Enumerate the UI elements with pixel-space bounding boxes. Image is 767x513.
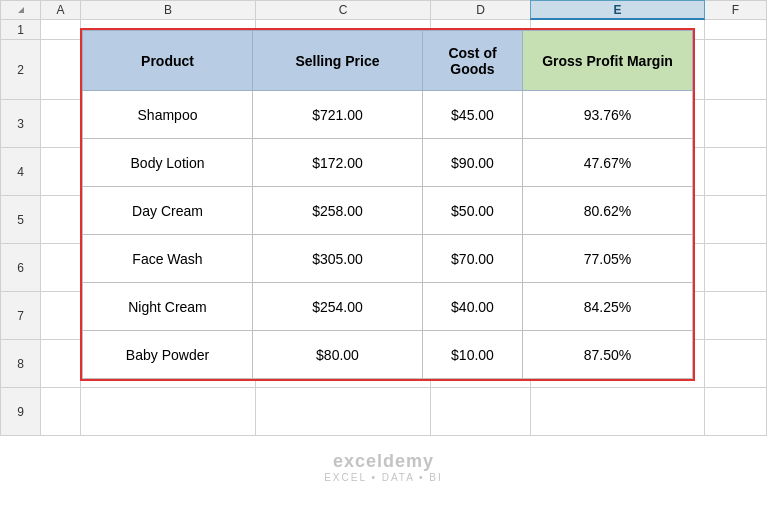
watermark: exceldemy EXCEL • DATA • BI [324, 451, 443, 483]
col-header-d[interactable]: D [430, 0, 530, 20]
cell-cost_of_goods-4[interactable]: $90.00 [423, 139, 523, 187]
cell-gross_profit_margin-8[interactable]: 87.50% [523, 331, 693, 379]
cell-f2[interactable] [705, 40, 767, 100]
cell-gross_profit_margin-4[interactable]: 47.67% [523, 139, 693, 187]
cell-selling_price-5[interactable]: $258.00 [253, 187, 423, 235]
cell-f6[interactable] [705, 244, 767, 292]
table-row: Night Cream$254.00$40.0084.25% [83, 283, 693, 331]
cell-f7[interactable] [705, 292, 767, 340]
watermark-text: exceldemy [324, 451, 443, 472]
cell-a4[interactable] [40, 148, 80, 196]
cell-b9[interactable] [80, 388, 255, 436]
cell-cost_of_goods-3[interactable]: $45.00 [423, 91, 523, 139]
table-row: Body Lotion$172.00$90.0047.67% [83, 139, 693, 187]
cell-cost_of_goods-8[interactable]: $10.00 [423, 331, 523, 379]
cell-cost_of_goods-5[interactable]: $50.00 [423, 187, 523, 235]
row-header-5[interactable]: 5 [0, 196, 40, 244]
cell-product-6[interactable]: Face Wash [83, 235, 253, 283]
data-table: Product Selling Price Cost of Goods Gros… [80, 28, 695, 381]
cell-a5[interactable] [40, 196, 80, 244]
cell-f5[interactable] [705, 196, 767, 244]
cell-a2[interactable] [40, 40, 80, 100]
row-header-6[interactable]: 6 [0, 244, 40, 292]
col-header-b[interactable]: B [80, 0, 255, 20]
cell-selling_price-6[interactable]: $305.00 [253, 235, 423, 283]
col-header-f[interactable]: F [705, 0, 767, 20]
spreadsheet: A B C D E F 1 2 3 [0, 0, 767, 513]
svg-marker-0 [18, 7, 24, 13]
cell-selling_price-8[interactable]: $80.00 [253, 331, 423, 379]
cell-gross_profit_margin-5[interactable]: 80.62% [523, 187, 693, 235]
col-header-c[interactable]: C [255, 0, 430, 20]
table-row: Face Wash$305.00$70.0077.05% [83, 235, 693, 283]
cell-a3[interactable] [40, 100, 80, 148]
cell-a1[interactable] [40, 20, 80, 40]
col-header-gross-profit-margin: Gross Profit Margin [523, 31, 693, 91]
cell-product-5[interactable]: Day Cream [83, 187, 253, 235]
row-header-2[interactable]: 2 [0, 40, 40, 100]
cell-a8[interactable] [40, 340, 80, 388]
cell-a7[interactable] [40, 292, 80, 340]
row-header-4[interactable]: 4 [0, 148, 40, 196]
cell-selling_price-4[interactable]: $172.00 [253, 139, 423, 187]
cell-gross_profit_margin-6[interactable]: 77.05% [523, 235, 693, 283]
cell-a9[interactable] [40, 388, 80, 436]
row-header-3[interactable]: 3 [0, 100, 40, 148]
row-header-7[interactable]: 7 [0, 292, 40, 340]
cell-cost_of_goods-7[interactable]: $40.00 [423, 283, 523, 331]
watermark-sub: EXCEL • DATA • BI [324, 472, 443, 483]
row-header-8[interactable]: 8 [0, 340, 40, 388]
cell-c9[interactable] [255, 388, 430, 436]
table-row: Day Cream$258.00$50.0080.62% [83, 187, 693, 235]
cell-d9[interactable] [430, 388, 530, 436]
cell-f8[interactable] [705, 340, 767, 388]
col-header-e[interactable]: E [530, 0, 705, 20]
cell-product-7[interactable]: Night Cream [83, 283, 253, 331]
col-header-cost-of-goods: Cost of Goods [423, 31, 523, 91]
cell-cost_of_goods-6[interactable]: $70.00 [423, 235, 523, 283]
cell-f1[interactable] [705, 20, 767, 40]
col-header-product: Product [83, 31, 253, 91]
cell-selling_price-7[interactable]: $254.00 [253, 283, 423, 331]
row-header-9[interactable]: 9 [0, 388, 40, 436]
cell-gross_profit_margin-7[interactable]: 84.25% [523, 283, 693, 331]
row-col-corner [0, 0, 40, 20]
cell-product-8[interactable]: Baby Powder [83, 331, 253, 379]
cell-f9[interactable] [705, 388, 767, 436]
row-header-1[interactable]: 1 [0, 20, 40, 40]
cell-selling_price-3[interactable]: $721.00 [253, 91, 423, 139]
cell-f4[interactable] [705, 148, 767, 196]
col-header-a[interactable]: A [40, 0, 80, 20]
table-row: Baby Powder$80.00$10.0087.50% [83, 331, 693, 379]
cell-e9[interactable] [530, 388, 705, 436]
table-row: Shampoo$721.00$45.0093.76% [83, 91, 693, 139]
table-header-row: Product Selling Price Cost of Goods Gros… [83, 31, 693, 91]
col-header-selling-price: Selling Price [253, 31, 423, 91]
cell-a6[interactable] [40, 244, 80, 292]
cell-f3[interactable] [705, 100, 767, 148]
cell-gross_profit_margin-3[interactable]: 93.76% [523, 91, 693, 139]
cell-product-4[interactable]: Body Lotion [83, 139, 253, 187]
cell-product-3[interactable]: Shampoo [83, 91, 253, 139]
